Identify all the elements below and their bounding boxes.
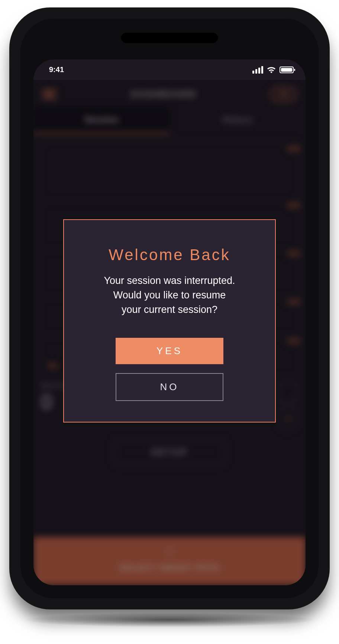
wifi-icon: [267, 67, 276, 73]
resume-session-modal: Welcome Back Your session was interrupte…: [63, 219, 276, 423]
status-bar: 9:41: [33, 59, 306, 80]
phone-notch: [121, 33, 218, 43]
phone-screen: 9:41 DASHBOARD 100 Session: [33, 59, 306, 585]
sensor-dot: [212, 34, 218, 41]
device-shadow: [22, 612, 317, 627]
no-button[interactable]: NO: [116, 373, 223, 401]
cellular-icon: [252, 66, 263, 74]
modal-title: Welcome Back: [77, 246, 262, 264]
status-icons: [252, 66, 294, 74]
modal-body: Your session was interrupted. Would you …: [77, 274, 262, 317]
battery-icon: [280, 67, 294, 73]
yes-button[interactable]: YES: [116, 338, 223, 364]
status-time: 9:41: [49, 65, 64, 74]
phone-frame: 9:41 DASHBOARD 100 Session: [9, 7, 330, 609]
